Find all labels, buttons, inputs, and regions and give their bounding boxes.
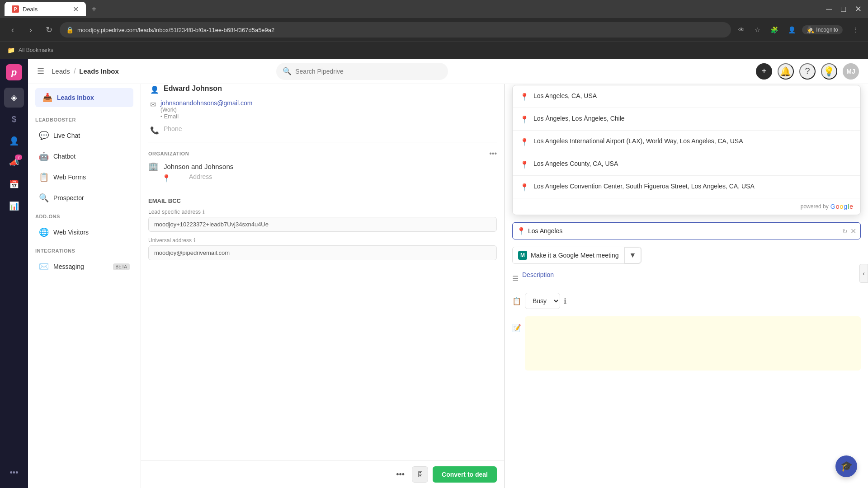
- lead-specific-input[interactable]: [148, 217, 497, 232]
- top-search-bar[interactable]: 🔍: [276, 63, 448, 80]
- forward-btn[interactable]: ›: [24, 23, 38, 37]
- address-row: 📍 Address: [148, 173, 497, 183]
- sidebar-item-activities[interactable]: 📅: [4, 174, 24, 194]
- notes-area[interactable]: [525, 316, 861, 371]
- app-logo[interactable]: p: [6, 64, 22, 80]
- nav-item-messaging[interactable]: ✉️ Messaging BETA: [32, 257, 137, 276]
- web-visitors-icon: 🌐: [39, 227, 49, 237]
- location-option-3[interactable]: 📍 Los Angeles County, CA, USA: [513, 153, 860, 176]
- lock-icon: 🔒: [66, 26, 74, 33]
- busy-select-wrap: 📋 Busy Free ℹ: [512, 293, 861, 309]
- top-search-icon: 🔍: [283, 67, 292, 75]
- tab-close-btn[interactable]: ✕: [73, 5, 79, 14]
- sidebar-item-contacts[interactable]: 👤: [4, 131, 24, 151]
- busy-info-icon: ℹ: [564, 297, 566, 305]
- right-panel-content: 🕐 📅 👥 📍 Los Angeles, CA, USA: [505, 59, 868, 488]
- location-pin-1: 📍: [520, 115, 529, 124]
- nav-item-web-forms[interactable]: 📋 Web Forms: [32, 168, 137, 187]
- notifications-btn[interactable]: 🔔: [778, 63, 794, 80]
- campaigns-badge: 7: [15, 155, 22, 160]
- email-bcc-section: EMAIL BCC Lead specific address ℹ Univer…: [148, 197, 497, 260]
- prospector-icon: 🔍: [39, 193, 49, 203]
- location-option-4[interactable]: 📍 Los Angeles Convention Center, South F…: [513, 176, 860, 198]
- nav-item-live-chat[interactable]: 💬 Live Chat: [32, 126, 137, 145]
- busy-status-select[interactable]: Busy Free: [525, 293, 560, 309]
- archive-btn[interactable]: 🗄: [412, 466, 428, 483]
- incognito-badge: 🕵 Incognito: [802, 25, 843, 34]
- location-pin-3: 📍: [520, 160, 529, 169]
- sidebar-item-more[interactable]: •••: [4, 463, 24, 483]
- address-field[interactable]: Address: [175, 173, 212, 180]
- chrome-menu-icon[interactable]: ⋮: [849, 24, 863, 35]
- bookmark-star-icon[interactable]: ☆: [751, 24, 764, 35]
- universal-address-input[interactable]: [148, 245, 497, 260]
- org-building-icon: 🏢: [148, 161, 158, 171]
- settings-btn[interactable]: 💡: [821, 63, 837, 80]
- user-avatar[interactable]: MJ: [843, 63, 859, 80]
- extension-icon[interactable]: 🧩: [767, 24, 782, 35]
- top-search-input[interactable]: [295, 68, 442, 75]
- org-more-btn[interactable]: •••: [489, 150, 497, 158]
- universal-label: Universal address ℹ: [148, 237, 497, 244]
- live-chat-icon: 💬: [39, 131, 49, 141]
- nav-item-chatbot[interactable]: 🤖 Chatbot: [32, 147, 137, 166]
- sidebar-item-campaigns[interactable]: 📣 7: [4, 153, 24, 173]
- nav-item-leads-inbox[interactable]: 📥 Leads Inbox: [35, 88, 133, 107]
- nav-item-web-visitors[interactable]: 🌐 Web Visitors: [32, 223, 137, 242]
- address-bar[interactable]: 🔒 moodjoy.pipedrive.com/leads/inbox/51f2…: [60, 22, 731, 38]
- browser-tab[interactable]: P Deals ✕: [5, 2, 86, 16]
- location-input-actions: ↻ ✕: [842, 227, 856, 235]
- lead-detail-panel: ▲ ✕ ▼ 👤 Edward Johnson ✉ johnsonandohnso…: [141, 59, 505, 488]
- right-panel-collapse-btn[interactable]: ‹: [859, 264, 868, 283]
- profile-icon[interactable]: 👤: [784, 24, 799, 35]
- google-meet-btn[interactable]: M Make it a Google Meet meeting: [513, 247, 625, 263]
- powered-by-text: powered by: [801, 203, 829, 210]
- breadcrumb-leads-link[interactable]: Leads: [52, 67, 70, 75]
- location-pin-2: 📍: [520, 138, 529, 146]
- email-address[interactable]: johnsonandohnsons@gmail.com: [160, 99, 252, 107]
- org-section-title: ORGANIZATION: [148, 151, 189, 156]
- bottom-more-btn[interactable]: •••: [393, 467, 407, 482]
- new-tab-btn[interactable]: +: [90, 2, 99, 16]
- refresh-btn[interactable]: ↻: [42, 23, 56, 37]
- maximize-btn[interactable]: □: [839, 3, 848, 16]
- sidebar-item-deals[interactable]: $: [4, 109, 24, 129]
- leads-inbox-label: Leads Inbox: [57, 94, 94, 101]
- phone-field[interactable]: Phone: [164, 125, 182, 132]
- email-type: (Work): [160, 107, 252, 113]
- lead-detail-scrollable: 👤 Edward Johnson ✉ johnsonandohnsons@gma…: [141, 77, 504, 460]
- web-forms-icon: 📋: [39, 172, 49, 182]
- email-icon: ✉: [150, 100, 156, 109]
- nav-item-prospector[interactable]: 🔍 Prospector: [32, 188, 137, 207]
- location-pin-0: 📍: [520, 93, 529, 101]
- convert-to-deal-btn[interactable]: Convert to deal: [433, 466, 497, 483]
- back-btn[interactable]: ‹: [5, 23, 20, 37]
- location-input[interactable]: [512, 222, 861, 239]
- powered-by-row: powered by Google: [513, 198, 860, 215]
- lead-specific-label: Lead specific address ℹ: [148, 209, 497, 215]
- location-dropdown: 📍 Los Angeles, CA, USA 📍 Los Ángeles, Lo…: [512, 85, 861, 215]
- google-meet-dropdown-btn[interactable]: ▼: [625, 247, 642, 263]
- sidebar-toggle-btn[interactable]: ☰: [37, 66, 44, 76]
- help-btn[interactable]: ?: [799, 63, 816, 80]
- browser-titlebar: P Deals ✕ + ─ □ ✕: [0, 0, 868, 18]
- description-icon: ☰: [512, 274, 519, 283]
- google-meet-icon: M: [518, 251, 527, 260]
- email-bcc-title: EMAIL BCC: [148, 197, 497, 204]
- close-btn[interactable]: ✕: [853, 2, 863, 16]
- location-text-1: Los Ángeles, Los Ángeles, Chile: [533, 114, 625, 123]
- location-option-2[interactable]: 📍 Los Angeles International Airport (LAX…: [513, 131, 860, 153]
- messaging-beta-badge: BETA: [113, 263, 130, 270]
- sidebar-item-reports[interactable]: 📊: [4, 196, 24, 216]
- location-clear-btn[interactable]: ✕: [850, 227, 856, 235]
- org-name[interactable]: Johnson and Johnsons: [164, 163, 233, 170]
- sidebar-item-leads[interactable]: ◈: [4, 88, 24, 108]
- add-btn[interactable]: +: [756, 63, 772, 80]
- minimize-btn[interactable]: ─: [824, 3, 834, 16]
- floating-help-btn[interactable]: 🎓: [835, 455, 857, 477]
- description-link[interactable]: Description: [522, 271, 554, 278]
- location-option-1[interactable]: 📍 Los Ángeles, Los Ángeles, Chile: [513, 108, 860, 131]
- location-option-0[interactable]: 📍 Los Angeles, CA, USA: [513, 85, 860, 108]
- section-divider-2: [148, 190, 497, 190]
- tab-icon: P: [12, 5, 19, 13]
